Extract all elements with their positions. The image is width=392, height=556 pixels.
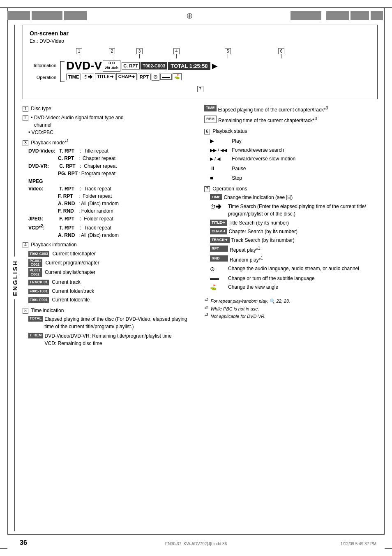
num-tick-3 [139,54,140,58]
op-title: TITLE➜ [95,73,115,80]
sidebar-label: ENGLISH [11,257,19,299]
header-block-7 [371,11,383,20]
header-block-5 [326,11,349,20]
dvdvr-modes: DVD-VR: C. RPT: Chapter repeat [28,162,196,170]
section2-channel: channel [34,121,196,129]
op7-subtitle: ▬▬ Change or turn off the subtitle langu… [210,275,378,282]
op7-track: TRACK➜ Track Search (by its number) [210,236,378,244]
section3: 3 Playback mode*1 DVD-Video: T. RPT: Tit… [23,138,196,239]
section4-label: Playback information [31,242,76,248]
op-angle-icon: ⛳ [173,73,182,80]
footnote1: *1 For repeat play/random play, 🔍 22, 23… [204,297,378,304]
section2: 2 • DVD-Video: Audio signal format type … [23,114,196,136]
right-column: TIME Elapsed playing time of the current… [204,105,378,347]
section4-item6: F001-F001 Current folder/file [28,296,196,305]
mpeg-frpt: F. RPT: Folder repeat [28,192,196,200]
section4-item5: F001-T001 Current folder/track [28,287,196,296]
vcd-arnd: A. RND: All (Disc) random [28,232,196,239]
op-chap: CHAP➜ [116,73,137,80]
section6-stop: ■ Stop [210,173,378,183]
audio-info-box: D D 2/0 .0ch [103,60,120,71]
rem-badge: REM [204,116,217,123]
title-chapter-box: T002-C003 [141,62,167,70]
section5-total: TOTAL Elapsed playing time of the disc (… [28,315,196,330]
information-row: DVD-V D D 2/0 .0ch C. RPT T002-C003 TOTA… [66,60,371,72]
op7-time: TIME Change time indication (see 5) [210,194,378,201]
header-strip: ⊕ [7,7,385,24]
num-label-4: 4 [173,48,180,54]
rem-desc: Remaining time of the current chapter/tr… [218,116,317,124]
time-badge: TIME [204,105,217,111]
op7-rnd: RND Random play*1 [210,255,378,264]
num-label-2: 2 [109,48,115,54]
section5-label: Time indication [31,308,64,313]
section3-num: 3 [23,140,28,146]
rem-badge-row: REM Remaining time of the current chapte… [204,116,378,124]
section4-item3: PL001 C002 Current playlist/chapter [28,268,196,277]
section5-items: TOTAL Elapsed playing time of the disc (… [28,315,196,347]
op-time: TIME [66,74,81,80]
main-content: On-screen bar Ex.: DVD-Video 1 2 3 4 5 6 [23,25,378,533]
left-column: 1 Disc type 2 • DVD-Video: Audio signal … [23,105,196,347]
num-label-7: 7 [197,86,203,92]
section1-num: 1 [23,106,28,112]
jpeg-modes: JPEG: F. RPT: Folder repeat [28,215,196,222]
section5-trem: T. REM DVD-Video/DVD-VR: Remaining title… [28,332,196,347]
section6-pause: ⏸ Pause [210,164,378,174]
num-tick-5 [228,54,228,58]
dvdvideo-crpt: C. RPT: Chapter repeat [28,155,196,162]
section4-items: T002-C003 Current title/chapter PG001 C0… [28,250,196,305]
display-content: DVD-V D D 2/0 .0ch C. RPT T002-C003 TOTA… [66,60,371,83]
op7-rpt: RPT Repeat play*1 [210,245,378,254]
cpt-box: C. RPT [122,62,140,70]
vcd-modes: VCD*2: T. RPT: Track repeat [28,223,196,232]
footer-strip: 36 EN30-37_KW-ADV792[J]f.indd 36 1/12/09… [7,534,385,549]
op7-angle: ⛳ Change the view angle [210,283,378,292]
num-label-6: 6 [278,48,284,54]
num-label-1: 1 [76,48,82,54]
section1-label: Disc type [31,106,51,111]
op-sub-icon: ▬▬ [160,74,172,80]
op7-audio: ⊙ Change the audio language, audio strea… [210,265,378,273]
english-sidebar: ENGLISH [7,25,22,531]
dvdvideo-modes: DVD-Video: T. RPT: Title repeat [28,147,196,155]
header-block-1 [7,11,30,20]
section6-label: Playback status [212,128,247,134]
op-audio-icon: ⊙ [152,73,159,81]
operation-row: TIME ⏱➜ TITLE➜ CHAP➜ RPT ⊙ ▬▬ ⛳ [66,73,371,81]
num-label-5: 5 [225,48,231,54]
crosshair-icon: ⊕ [186,11,193,21]
num-tick-4 [176,54,177,58]
footnote3: *3 Not applicable for DVD-VR. [204,312,378,320]
play-arrow: ▶ [212,62,217,70]
info-row-label: Information [30,60,56,70]
section6-ffrew: ▶▶ / ◀◀ Forward/reverse search [210,146,378,155]
section2-item2: • VCD:PBC [28,129,196,136]
number-labels-row: 1 2 3 4 5 6 [56,47,371,60]
row-labels: Information Operation [30,60,56,83]
num-tick-2 [112,54,112,58]
section2-num: 2 [23,115,28,121]
op7-chap: CHAP➜ Chapter Search (by its number) [210,228,378,235]
section2-item1: • DVD-Video: Audio signal format type an… [31,115,123,120]
footer-filename: EN30-37_KW-ADV792[J]f.indd 36 [165,542,227,546]
op-row-label: Operation [30,72,56,82]
header-block-4 [291,11,321,20]
section3-label: Playback mode* [31,140,67,146]
section6-play: ▶ Play [210,136,378,146]
bracket-svg [59,60,65,83]
onscreen-title: On-screen bar [30,30,371,37]
header-block-3 [64,11,87,20]
header-block-6 [350,11,369,20]
footnotes: *1 For repeat play/random play, 🔍 22, 23… [204,297,378,319]
mpeg-frnd: F. RND: Folder random [28,207,196,215]
mpeg-arnd: A. RND: All (Disc) random [28,200,196,207]
section7-label: Operation icons [212,186,247,192]
num-tick-6 [281,54,281,58]
total-time-box: TOTAL 1:25:58 [168,62,210,70]
section6-num: 6 [204,129,210,134]
section7-items: TIME Change time indication (see 5) ⏱➜ T… [210,194,378,292]
num7-area: 7 [30,85,371,92]
time-desc: Elapsed playing time of the current chap… [218,105,328,114]
num-label-3: 3 [136,48,143,54]
